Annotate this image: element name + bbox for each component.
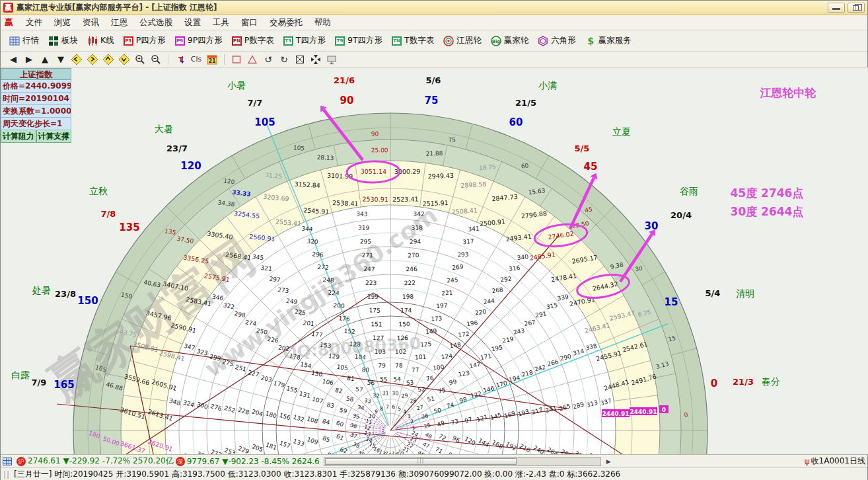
menu-tools[interactable]: 工具	[207, 16, 235, 30]
tool-t-square[interactable]: T3T四方形	[279, 33, 330, 48]
pan-up-icon[interactable]	[101, 53, 116, 66]
gann-wheel-canvas[interactable]: 赢家财富网www.yingjia360.comQQ:80008036012345…	[1, 67, 868, 454]
tool-label: 赢家服务	[598, 35, 632, 46]
svg-text:248: 248	[322, 276, 334, 284]
svg-text:60: 60	[521, 162, 529, 169]
tool-t-number-table[interactable]: TNT数字表	[387, 33, 439, 48]
svg-text:Big: Big	[491, 39, 500, 44]
svg-text:55: 55	[380, 376, 388, 383]
info-rows: 价格=2440.9099时间=20190104变换系数=1.00000周天变化步…	[1, 80, 71, 130]
svg-text:27: 27	[416, 404, 424, 411]
pan-down-icon[interactable]	[117, 53, 131, 66]
svg-text:126: 126	[397, 335, 409, 341]
quote-grid-icon[interactable]	[3, 458, 12, 465]
select-region-icon[interactable]	[293, 53, 307, 66]
center-view-icon[interactable]	[308, 53, 323, 66]
svg-text:269: 269	[452, 264, 464, 271]
svg-text:165: 165	[54, 379, 74, 391]
svg-text:21/6: 21/6	[334, 75, 355, 85]
tool-label: 9T四方形	[347, 35, 382, 46]
presentation-icon[interactable]	[324, 53, 339, 66]
scroll-right-arrow[interactable]: ▶	[606, 458, 611, 465]
menu-settings[interactable]: 设置	[178, 16, 207, 30]
tool-winner-service[interactable]: $赢家服务	[581, 33, 636, 48]
draw-rectangle-icon[interactable]	[229, 53, 244, 66]
9t-square-icon: T9	[335, 36, 345, 46]
tool-label: 9P四方形	[188, 35, 223, 46]
svg-text:200: 200	[333, 302, 345, 309]
shenzhen-market-icon: 深	[176, 457, 185, 466]
calc-resistance-button[interactable]: 计算阻力	[1, 130, 36, 143]
tool-gann-wheel[interactable]: 江恩轮	[439, 33, 486, 48]
scrollbar-thumb[interactable]	[325, 458, 517, 465]
svg-text:293: 293	[457, 251, 469, 258]
svg-text:57: 57	[355, 385, 364, 393]
draw-triangle-icon[interactable]	[245, 53, 260, 66]
zoom-out-icon[interactable]	[149, 53, 163, 66]
pan-right-icon[interactable]	[85, 53, 100, 66]
tool-kline[interactable]: K线	[83, 33, 119, 48]
svg-text:343: 343	[356, 211, 367, 218]
tool-quotes[interactable]: 行情	[5, 33, 44, 48]
svg-text:2949.43: 2949.43	[427, 172, 454, 180]
svg-text:29: 29	[401, 393, 408, 399]
menu-news[interactable]: 资讯	[77, 16, 105, 30]
calc-support-button[interactable]: 计算支撑	[36, 130, 72, 143]
nav-last-icon[interactable]: ▶	[22, 53, 36, 66]
pan-left-icon[interactable]	[69, 53, 84, 66]
menu-file[interactable]: 文件	[20, 16, 48, 30]
tool-9t-square[interactable]: T99T四方形	[330, 33, 387, 48]
tool-p-number-table[interactable]: PNP数字表	[227, 33, 279, 48]
minimize-button[interactable]	[828, 3, 845, 13]
nav-up-icon[interactable]: ▲	[38, 53, 52, 66]
svg-text:127: 127	[373, 335, 384, 341]
tool-label: P四方形	[136, 35, 166, 46]
rotate-cw-icon[interactable]: ↻	[277, 53, 291, 66]
quote-detail-bar: || [三月廿一] 时间:20190425 开:3190.5901 高:3193…	[1, 467, 867, 480]
rotate-ccw-icon[interactable]: ↺	[261, 53, 275, 66]
svg-text:45: 45	[585, 206, 593, 214]
svg-text:317: 317	[462, 238, 474, 245]
tool-p-square[interactable]: P3P四方形	[119, 33, 170, 48]
svg-text:2440.91: 2440.91	[630, 409, 657, 415]
menu-browse[interactable]: 浏览	[48, 16, 77, 30]
tool-hexagon[interactable]: 六角形	[533, 33, 581, 48]
svg-text:5: 5	[398, 406, 402, 412]
svg-text:245: 245	[447, 276, 458, 284]
horizontal-scrollbar[interactable]	[324, 457, 601, 466]
svg-text:270: 270	[408, 252, 419, 259]
svg-text:120: 120	[223, 178, 235, 186]
9p-square-icon: P9	[175, 36, 185, 46]
svg-text:150: 150	[77, 295, 98, 307]
tool-9p-square[interactable]: P99P四方形	[170, 33, 227, 48]
chart-area[interactable]: 上证指数 价格=2440.9099时间=20190104变换系数=1.00000…	[1, 67, 868, 454]
svg-text:34: 34	[357, 404, 365, 411]
cls-button[interactable]: Cls	[189, 53, 203, 66]
restore-button[interactable]	[848, 3, 865, 13]
menu-window[interactable]: 窗口	[235, 16, 264, 30]
tool-sectors[interactable]: 板块	[44, 33, 83, 48]
menu-formula-stock-pick[interactable]: 公式选股	[133, 16, 178, 30]
svg-text:白露: 白露	[11, 370, 30, 380]
nav-down-icon[interactable]: ▼	[54, 53, 68, 66]
svg-text:90: 90	[340, 95, 354, 106]
svg-text:45度 2746点: 45度 2746点	[731, 186, 804, 200]
svg-text:75: 75	[448, 137, 456, 143]
time-axis-icon[interactable]: T	[173, 53, 188, 66]
svg-text:78: 78	[395, 362, 403, 369]
winner-service-icon: $	[585, 36, 596, 46]
calendar-icon[interactable]: 21	[205, 53, 219, 66]
menu-gann[interactable]: 江恩	[105, 16, 133, 30]
zoom-in-icon[interactable]	[133, 53, 147, 66]
svg-text:处暑: 处暑	[32, 285, 51, 296]
svg-text:197: 197	[436, 302, 448, 309]
svg-text:272: 272	[317, 264, 329, 271]
menu-help[interactable]: 帮助	[308, 16, 337, 30]
svg-text:18.75: 18.75	[479, 163, 496, 171]
info-row: 价格=2440.9099	[1, 80, 71, 93]
tool-winner-wheel[interactable]: Big赢家轮	[486, 33, 534, 48]
svg-text:173: 173	[431, 315, 443, 322]
menu-trade[interactable]: 交易委托	[264, 16, 308, 30]
nav-first-icon[interactable]: ◀	[6, 53, 20, 66]
sectors-icon	[48, 36, 59, 46]
